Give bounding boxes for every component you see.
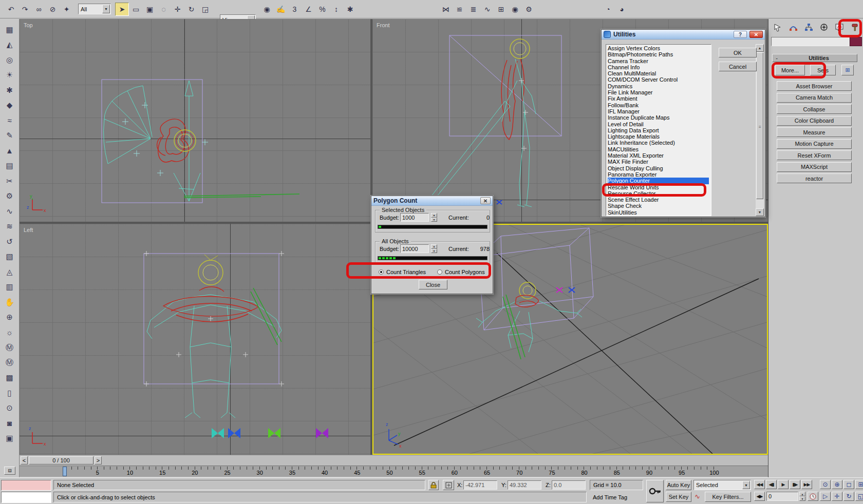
quick-render-icon[interactable]: ◔ bbox=[601, 3, 615, 16]
utilities-list-item-6[interactable]: COM/DCOM Server Control bbox=[608, 76, 711, 83]
ripple-tab-icon[interactable]: ≋ bbox=[2, 219, 17, 235]
particles-tab-icon[interactable]: ✱ bbox=[2, 83, 17, 98]
waves-tab-icon[interactable]: ∿ bbox=[2, 204, 17, 219]
redo-icon[interactable]: ↷ bbox=[18, 3, 32, 16]
auto-key-button[interactable]: Auto Key bbox=[666, 480, 691, 490]
more-button[interactable]: More... bbox=[775, 65, 805, 75]
all-budget-up[interactable]: ▲ bbox=[431, 244, 437, 249]
frame-up[interactable]: ▲ bbox=[799, 492, 805, 496]
utilities-list-item-17[interactable]: MACUtilities bbox=[608, 146, 711, 152]
selection-lock-icon[interactable] bbox=[428, 480, 439, 490]
grids-tab-icon[interactable]: ▤ bbox=[2, 159, 17, 174]
go-to-end-button[interactable]: ▶▶ bbox=[801, 480, 812, 489]
maxscript-m1-icon[interactable]: Ⓜ bbox=[2, 340, 17, 356]
add-time-tag[interactable]: Add Time Tag bbox=[590, 492, 643, 502]
utilities-list-item-19[interactable]: MAX File Finder bbox=[608, 159, 711, 165]
material-editor-icon[interactable]: ◉ bbox=[508, 3, 522, 16]
shapes-tab-icon[interactable]: ◭ bbox=[2, 37, 17, 53]
polygon-count-titlebar[interactable]: Polygon Count ✕ bbox=[371, 196, 493, 206]
time-slider-prev-icon[interactable]: < bbox=[21, 456, 28, 464]
utility-button-motion-capture[interactable]: Motion Capture bbox=[777, 139, 852, 149]
y-coord-field[interactable]: 49.332 bbox=[508, 480, 541, 490]
align-icon[interactable]: ≌ bbox=[453, 3, 466, 16]
count-polygons-radio[interactable] bbox=[437, 269, 442, 275]
utilities-close-icon[interactable]: ✕ bbox=[749, 31, 763, 38]
zoom-extents-icon[interactable]: ◻ bbox=[843, 480, 854, 489]
key-selection-arrow[interactable]: ▼ bbox=[742, 481, 750, 489]
viewport-front-label[interactable]: Front bbox=[377, 22, 390, 28]
helpers-tab-icon[interactable]: ◆ bbox=[2, 98, 17, 113]
utilities-list-item-20[interactable]: Object Display Culling bbox=[608, 165, 711, 171]
selected-budget-up[interactable]: ▲ bbox=[431, 213, 437, 218]
time-slider-next-icon[interactable]: > bbox=[95, 456, 102, 464]
all-budget-down[interactable]: ▼ bbox=[431, 249, 437, 254]
utilities-help-icon[interactable]: ? bbox=[734, 31, 747, 38]
utility-button-asset-browser[interactable]: Asset Browser bbox=[777, 81, 852, 91]
rotate-tab-icon[interactable]: ↺ bbox=[2, 234, 17, 249]
viewport-top-label[interactable]: Top bbox=[24, 22, 33, 28]
utilities-list-item-13[interactable]: Level of Detail bbox=[608, 121, 711, 127]
rotate-icon[interactable]: ↻ bbox=[184, 3, 198, 16]
rectangular-region-icon[interactable]: ▭ bbox=[129, 3, 143, 16]
utility-button-reactor[interactable]: reactor bbox=[777, 173, 852, 183]
modeling-tab-icon[interactable]: ▲ bbox=[2, 143, 17, 159]
create-tab[interactable] bbox=[771, 21, 785, 34]
scrollbar-thumb[interactable]: ≡ bbox=[756, 52, 763, 199]
utilities-list-item-10[interactable]: Follow/Bank bbox=[608, 102, 711, 108]
utilities-list-item-8[interactable]: File Link Manager bbox=[608, 89, 711, 95]
layer-manager-icon[interactable]: ≣ bbox=[466, 3, 480, 16]
select-manipulate-icon[interactable]: ✍ bbox=[274, 3, 288, 16]
time-configuration-icon[interactable] bbox=[808, 492, 818, 501]
lights-cameras-tab-icon[interactable]: ☀ bbox=[2, 68, 17, 83]
zoom-all-icon[interactable]: ⊕ bbox=[832, 480, 842, 489]
utilities-list-item-3[interactable]: Camera Tracker bbox=[608, 58, 711, 64]
use-pivot-center-icon[interactable]: ◉ bbox=[260, 3, 274, 16]
viewport-left-label[interactable]: Left bbox=[24, 227, 33, 233]
page-tab-icon[interactable]: ▯ bbox=[2, 385, 17, 401]
current-frame-indicator[interactable] bbox=[63, 467, 67, 476]
hand-tab-icon[interactable]: ✋ bbox=[2, 295, 17, 310]
zoom-page-icon[interactable]: ⊙ bbox=[2, 401, 17, 416]
film-render-icon[interactable]: ▣ bbox=[2, 431, 17, 447]
schematic-view-icon[interactable]: ⊞ bbox=[494, 3, 508, 16]
utilities-list-item-27[interactable]: SkinUtilities bbox=[608, 209, 711, 216]
utilities-list[interactable]: Assign Vertex ColorsBitmap/Photometric P… bbox=[606, 44, 711, 216]
maxscript-m2-icon[interactable]: Ⓜ bbox=[2, 355, 17, 371]
curve-editor-icon[interactable]: ∿ bbox=[480, 3, 494, 16]
utilities-list-item-18[interactable]: Material XML Exporter bbox=[608, 152, 711, 159]
time-slider-handle[interactable]: 0 / 100 bbox=[29, 456, 93, 464]
utilities-list-item-11[interactable]: IFL Manager bbox=[608, 108, 711, 114]
default-tangent-icon[interactable]: ∿ bbox=[695, 493, 700, 500]
all-budget-field[interactable]: 10000 bbox=[400, 244, 429, 253]
spacewarps-tab-icon[interactable]: ≈ bbox=[2, 113, 17, 128]
maxscript-listener-white[interactable] bbox=[1, 492, 51, 503]
utilities-list-item-16[interactable]: Link Inheritance (Selected) bbox=[608, 140, 711, 146]
previous-frame-button[interactable]: ◀▮ bbox=[766, 480, 777, 489]
key-selection-dropdown[interactable]: Selected ▼ bbox=[693, 480, 751, 490]
utilities-titlebar[interactable]: Utilities ? ✕ bbox=[602, 30, 765, 40]
polygon-count-close-button[interactable]: Close bbox=[419, 280, 447, 289]
set-key-button[interactable]: Set Key bbox=[666, 492, 691, 502]
object-name-field[interactable] bbox=[771, 37, 849, 46]
count-polygons-option[interactable]: Count Polygons bbox=[437, 269, 485, 275]
book-tab-icon[interactable]: ▥ bbox=[2, 280, 17, 295]
select-link-icon[interactable]: ∞ bbox=[32, 3, 46, 16]
mirror-icon[interactable]: ⋈ bbox=[439, 3, 453, 16]
utilities-tab[interactable] bbox=[848, 21, 862, 34]
z-coord-field[interactable]: 0.0 bbox=[552, 480, 586, 490]
utilities-list-item-2[interactable]: Bitmap/Photometric Paths bbox=[608, 51, 711, 57]
crossing-region-icon[interactable]: ▣ bbox=[143, 3, 157, 16]
undo-icon[interactable]: ↶ bbox=[4, 3, 18, 16]
object-color-swatch[interactable] bbox=[850, 37, 862, 46]
go-to-start-button[interactable]: ◀◀ bbox=[754, 480, 765, 489]
utility-button-measure[interactable]: Measure bbox=[777, 127, 852, 137]
utility-button-camera-match[interactable]: Camera Match bbox=[777, 93, 852, 103]
angle-snap-icon[interactable]: ∠ bbox=[302, 3, 315, 16]
bones-tab-icon[interactable]: ⊕ bbox=[2, 310, 17, 325]
unlink-selection-icon[interactable]: ⊘ bbox=[46, 3, 60, 16]
modify-tab[interactable] bbox=[786, 21, 800, 34]
all-budget-spinner[interactable]: ▲▼ bbox=[431, 244, 437, 253]
selected-budget-field[interactable]: 1000 bbox=[400, 213, 429, 222]
display-tab[interactable] bbox=[832, 21, 847, 34]
count-triangles-radio[interactable] bbox=[379, 269, 384, 275]
